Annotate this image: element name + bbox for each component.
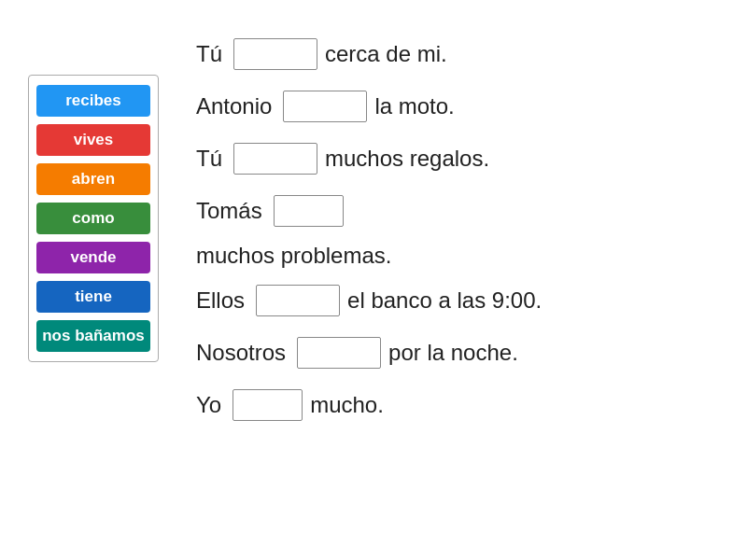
sentence-text-s3: Tú [196,143,222,175]
blank-input-s1[interactable] [233,38,317,70]
sentence-text-s5: Ellos [196,285,245,316]
word-chip-nos bañamos[interactable]: nos bañamos [36,320,150,352]
word-bank: recibesvivesabrencomovendetienenos bañam… [28,75,159,362]
sentence-text-s2: la moto. [374,91,454,122]
sentence-text-s7: mucho. [310,389,384,421]
sentence-row-s3: Túmuchos regalos. [196,133,728,185]
blank-input-s7[interactable] [233,389,303,421]
word-chip-tiene[interactable]: tiene [36,281,150,313]
word-chip-abren[interactable]: abren [36,163,150,195]
sentence-row-s2: Antoniola moto. [196,80,728,133]
word-chip-vives[interactable]: vives [36,124,150,156]
sentences-area: Túcerca de mi.Antoniola moto.Túmuchos re… [159,19,728,431]
sentence-row-s7: Yomucho. [196,379,728,431]
sentence-text-s1: cerca de mi. [325,38,447,70]
sentence-text-s1: Tú [196,38,222,70]
blank-input-s2[interactable] [283,91,367,122]
sentence-row-s6: Nosotrospor la noche. [196,327,728,379]
blank-input-s3[interactable] [233,143,317,175]
sentence-row-s5: Ellosel banco a las 9:00. [196,274,728,327]
sentence-row-s1: Túcerca de mi. [196,28,728,80]
sentence-text-s5: el banco a las 9:00. [347,285,542,316]
word-chip-vende[interactable]: vende [36,242,150,273]
sentence-row-s4a: Tomás [196,185,728,237]
sentence-text-s2: Antonio [196,91,272,122]
sentence-continuation-s4a: muchos problemas. [196,237,728,274]
blank-input-s4a[interactable] [274,195,344,227]
word-chip-recibes[interactable]: recibes [36,85,150,117]
sentence-text-s6: Nosotros [196,337,286,369]
sentence-text-s4a: Tomás [196,195,262,227]
sentence-text-s7: Yo [196,389,221,421]
sentence-text-s6: por la noche. [388,337,518,369]
word-chip-como[interactable]: como [36,203,150,234]
blank-input-s6[interactable] [297,337,381,369]
blank-input-s5[interactable] [256,285,340,316]
sentence-text-s3: muchos regalos. [325,143,489,175]
